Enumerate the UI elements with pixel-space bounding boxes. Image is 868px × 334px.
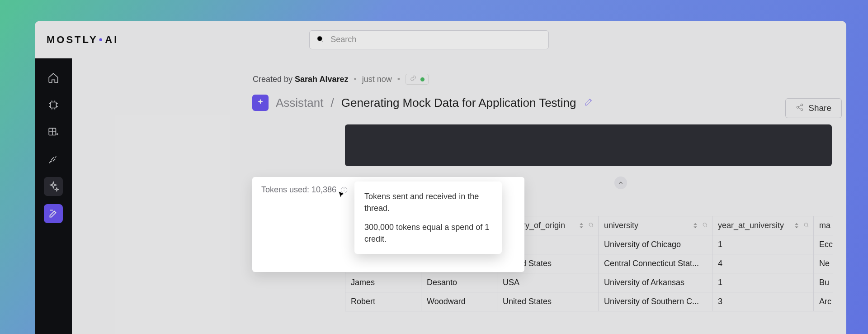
- status-dot-icon: [420, 77, 425, 81]
- sidebar-item-plug[interactable]: [44, 150, 63, 169]
- page-title: Generating Mock Data for Application Tes…: [341, 96, 576, 110]
- cell-country_of_origin: United States: [497, 292, 599, 311]
- svg-line-14: [706, 226, 708, 227]
- cell-year_at_university: 1: [712, 235, 814, 254]
- svg-line-1: [322, 40, 323, 42]
- col-university[interactable]: university: [599, 216, 712, 235]
- sidebar-item-chip[interactable]: [44, 95, 63, 115]
- sort-icon[interactable]: [579, 221, 584, 230]
- cell-year_at_university: 4: [712, 254, 814, 273]
- home-icon: [47, 72, 59, 84]
- search-icon[interactable]: [588, 221, 594, 230]
- search-icon: [316, 35, 330, 45]
- cell-name_last: Desanto: [421, 273, 497, 292]
- share-label: Share: [808, 103, 831, 113]
- app-window: MOSTLY • AI: [35, 21, 846, 334]
- cell-year_at_university: 3: [712, 292, 814, 311]
- tooltip-line-2: 300,000 tokens equal a spend of 1 credit…: [364, 221, 492, 245]
- chevron-up-icon: [618, 180, 624, 186]
- cell-name_first: Robert: [345, 292, 421, 311]
- share-icon: [796, 103, 804, 114]
- sparkle-icon: [47, 181, 59, 192]
- cell-university: Central Connecticut Stat...: [599, 254, 712, 273]
- svg-line-16: [807, 226, 809, 227]
- creator-name: Sarah Alvarez: [295, 75, 348, 84]
- breadcrumb-separator: /: [331, 96, 334, 110]
- table-row[interactable]: JamesDesantoUSAUniversity of Arkansas1Bu: [345, 273, 834, 292]
- sidebar-item-table[interactable]: [44, 123, 63, 142]
- created-by-label: Created by Sarah Alvarez: [253, 75, 348, 84]
- sort-icon[interactable]: [794, 221, 799, 230]
- svg-rect-2: [51, 102, 57, 108]
- cell-ma: Arc: [814, 292, 834, 311]
- col-major-truncated[interactable]: ma: [814, 216, 834, 235]
- search-icon[interactable]: [702, 221, 708, 230]
- topbar: MOSTLY • AI: [35, 21, 846, 58]
- cell-name_first: James: [345, 273, 421, 292]
- dot-separator-icon: •: [397, 75, 400, 84]
- cursor-icon: [338, 191, 346, 200]
- timestamp: just now: [362, 75, 392, 84]
- col-year[interactable]: year_at_university: [712, 216, 814, 235]
- title-row: Assistant / Generating Mock Data for App…: [72, 85, 846, 111]
- meta-row: Created by Sarah Alvarez • just now •: [72, 58, 846, 85]
- svg-point-5: [797, 106, 799, 108]
- cell-ma: Bu: [814, 273, 834, 292]
- tokens-used-value: 10,386: [311, 185, 336, 194]
- cell-country_of_origin: USA: [497, 273, 599, 292]
- dot-separator-icon: •: [354, 75, 356, 84]
- breadcrumb-assistant[interactable]: Assistant: [276, 96, 324, 110]
- edit-title-button[interactable]: [584, 97, 594, 109]
- link-icon: [410, 75, 417, 84]
- cell-year_at_university: 1: [712, 273, 814, 292]
- sidebar-item-home[interactable]: [44, 68, 63, 87]
- tokens-used-label: Tokens used: 10,386: [261, 185, 336, 195]
- table-plus-icon: [47, 126, 59, 138]
- svg-point-15: [804, 223, 808, 226]
- cell-university: University of Chicago: [599, 235, 712, 254]
- status-pill: [406, 74, 429, 85]
- cell-university: University of Southern C...: [599, 292, 712, 311]
- svg-point-6: [801, 109, 803, 111]
- content-area: Created by Sarah Alvarez • just now • As…: [72, 58, 846, 334]
- svg-point-19: [344, 188, 344, 189]
- tokens-tooltip: Tokens sent and received in the thread. …: [354, 181, 502, 254]
- cell-ma: Ne: [814, 254, 834, 273]
- plug-icon: [47, 153, 59, 165]
- tooltip-line-1: Tokens sent and received in the thread.: [364, 191, 492, 214]
- cell-ma: Ecc: [814, 235, 834, 254]
- svg-point-11: [589, 223, 593, 226]
- code-or-context-block: [345, 124, 832, 166]
- compose-icon: [47, 208, 59, 219]
- table-row[interactable]: RobertWoodwardUnited StatesUniversity of…: [345, 292, 834, 311]
- brand-right: AI: [105, 34, 118, 46]
- sidebar-item-assistant[interactable]: [44, 177, 63, 196]
- brand-left: MOSTLY: [47, 34, 98, 46]
- search-input[interactable]: [330, 35, 542, 44]
- sort-icon[interactable]: [693, 221, 698, 230]
- brand-logo: MOSTLY • AI: [47, 34, 118, 46]
- collapse-toggle[interactable]: [614, 177, 627, 189]
- svg-line-12: [592, 226, 594, 227]
- search-icon[interactable]: [803, 221, 810, 230]
- chip-icon: [47, 99, 59, 111]
- share-button[interactable]: Share: [785, 98, 842, 118]
- brand-dot-icon: •: [99, 34, 104, 46]
- cell-university: University of Arkansas: [599, 273, 712, 292]
- svg-point-13: [703, 223, 707, 226]
- sidebar: [35, 58, 72, 334]
- cell-name_last: Woodward: [421, 292, 497, 311]
- svg-point-4: [801, 104, 803, 106]
- search-field[interactable]: [309, 30, 549, 49]
- svg-point-0: [317, 36, 322, 41]
- assistant-badge-icon: [252, 95, 269, 111]
- sidebar-item-compose[interactable]: [44, 204, 63, 223]
